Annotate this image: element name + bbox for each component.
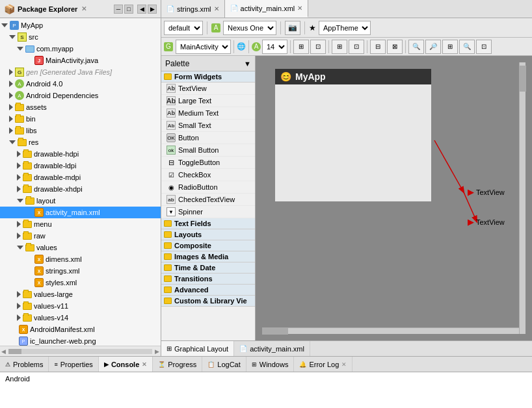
- tree-item[interactable]: drawable-ldpi: [0, 160, 161, 172]
- tree-item[interactable]: X styles.xml: [0, 277, 161, 288]
- tree-item[interactable]: values: [0, 242, 161, 253]
- layout-btn3[interactable]: ⊞: [332, 40, 347, 54]
- tree-item[interactable]: drawable-hdpi: [0, 148, 161, 160]
- minimize-btn[interactable]: ─: [114, 5, 123, 14]
- palette-section-form-widgets[interactable]: Form Widgets: [161, 71, 255, 83]
- nav-forward-btn[interactable]: ▶: [148, 5, 157, 14]
- device-select[interactable]: Nexus One: [223, 21, 276, 35]
- palette-section-composite[interactable]: Composite: [161, 240, 255, 251]
- tree-item[interactable]: X AndroidManifest.xml: [0, 324, 161, 335]
- tree-item[interactable]: bin: [0, 113, 161, 125]
- tab-strings-xml[interactable]: 📄 strings.xml ✕: [161, 0, 225, 18]
- tree-item[interactable]: values-v14: [0, 312, 161, 324]
- api-select[interactable]: 14: [262, 40, 287, 54]
- palette-section-transitions[interactable]: Transitions: [161, 274, 255, 285]
- nav-back-btn[interactable]: ◀: [137, 5, 146, 14]
- tree-item[interactable]: raw: [0, 230, 161, 242]
- zoom-100-btn[interactable]: 🔎: [425, 40, 441, 54]
- tab-close-btn[interactable]: ✕: [214, 5, 219, 12]
- tree-item[interactable]: res: [0, 136, 161, 148]
- screenshot-btn[interactable]: 📷: [285, 21, 300, 35]
- tree-item[interactable]: S src: [0, 31, 161, 43]
- tree-item[interactable]: drawable-mdpi: [0, 172, 161, 183]
- palette-item-small-button[interactable]: ok Small Button: [161, 144, 255, 157]
- folder-icon: [22, 160, 33, 171]
- tree-item[interactable]: menu: [0, 218, 161, 230]
- palette-item-large-text[interactable]: Ab Large Text: [161, 95, 255, 107]
- scroll-right-btn[interactable]: ▶: [155, 348, 159, 355]
- palette-section-custom-library[interactable]: Custom & Library Vie: [161, 296, 255, 307]
- error-log-tab[interactable]: 🔔 Error Log ✕: [294, 357, 352, 372]
- maximize-btn[interactable]: □: [124, 5, 133, 14]
- palette-item-checkbox[interactable]: ☑ CheckBox: [161, 169, 255, 181]
- scrollbar-thumb-h[interactable]: [262, 328, 288, 335]
- default-select[interactable]: default: [164, 21, 203, 35]
- folder-icon: [22, 184, 33, 194]
- pe-scroll-thumb[interactable]: [8, 349, 21, 354]
- scrollbar-thumb-v[interactable]: [520, 66, 526, 92]
- palette-section-text-fields[interactable]: Text Fields: [161, 218, 255, 229]
- zoom-out-btn[interactable]: 🔍: [408, 40, 424, 54]
- zoom-fit-btn[interactable]: ⊞: [442, 40, 458, 54]
- activity-main-xml-tab[interactable]: 📄 activity_main.xml: [234, 341, 310, 356]
- canvas-scrollbar-v[interactable]: [519, 62, 525, 334]
- error-log-tab-close[interactable]: ✕: [341, 361, 347, 368]
- tree-item[interactable]: A Android Dependencies: [0, 90, 161, 101]
- theme-select[interactable]: AppTheme: [319, 21, 371, 35]
- palette-item-radiobutton[interactable]: ◉ RadioButton: [161, 181, 255, 194]
- tree-item[interactable]: X strings.xml: [0, 265, 161, 277]
- tree-item[interactable]: assets: [0, 101, 161, 113]
- progress-tab[interactable]: ⏳ Progress: [153, 357, 202, 372]
- tree-item[interactable]: P MyApp: [0, 19, 161, 31]
- tree-item[interactable]: drawable-xhdpi: [0, 183, 161, 195]
- arrow-icon2: ▶: [468, 217, 474, 227]
- palette-section-images-media[interactable]: Images & Media: [161, 251, 255, 262]
- tree-item[interactable]: P ic_launcher-web.png: [0, 335, 161, 346]
- pe-scroll-track[interactable]: [8, 349, 152, 354]
- palette-item-button[interactable]: OK Button: [161, 132, 255, 144]
- tree-item[interactable]: libs: [0, 125, 161, 136]
- tab-activity-main-xml[interactable]: 📄 activity_main.xml ✕: [225, 0, 309, 18]
- palette-item-medium-text[interactable]: Ab Medium Text: [161, 107, 255, 120]
- tree-item-selected[interactable]: X activity_main.xml: [0, 207, 161, 218]
- tree-expand-icon: [9, 104, 13, 110]
- tree-expand-icon: [17, 291, 21, 298]
- console-tab-close[interactable]: ✕: [142, 361, 147, 368]
- panel-close-icon[interactable]: ✕: [81, 5, 86, 12]
- console-tab[interactable]: ▶ Console ✕: [99, 357, 153, 372]
- tree-item[interactable]: values-v11: [0, 300, 161, 312]
- tab-close-btn[interactable]: ✕: [297, 5, 302, 12]
- canvas-scrollbar-h[interactable]: [262, 327, 519, 334]
- palette-item-spinner[interactable]: ▼ Spinner: [161, 206, 255, 218]
- graphical-layout-tab[interactable]: ⊞ Graphical Layout: [161, 341, 234, 356]
- palette-section-advanced[interactable]: Advanced: [161, 285, 255, 296]
- palette-section-layouts[interactable]: Layouts: [161, 229, 255, 240]
- palette-item-small-text[interactable]: Ab Small Text: [161, 120, 255, 132]
- tree-item[interactable]: layout: [0, 195, 161, 207]
- properties-tab[interactable]: ≡ Properties: [49, 357, 98, 372]
- tree-item[interactable]: A Android 4.0: [0, 78, 161, 90]
- tree-item[interactable]: values-large: [0, 288, 161, 300]
- layout-btn6[interactable]: ⊠: [387, 40, 403, 54]
- palette-item-textview[interactable]: Ab TextView: [161, 83, 255, 95]
- problems-tab[interactable]: ⚠ Problems: [0, 357, 49, 372]
- layout-btn2[interactable]: ⊡: [310, 40, 326, 54]
- layout-btn5[interactable]: ⊟: [370, 40, 386, 54]
- activity-select[interactable]: MainActivity: [176, 40, 231, 54]
- palette-section-time-date[interactable]: Time & Date: [161, 262, 255, 274]
- zoom-in-btn[interactable]: 🔍: [459, 40, 475, 54]
- palette-dropdown-btn[interactable]: ▼: [244, 60, 251, 68]
- logcat-tab[interactable]: 📋 LogCat: [202, 357, 246, 372]
- palette-item-checkedtextview[interactable]: ab CheckedTextView: [161, 194, 255, 206]
- folder-icon: [22, 312, 33, 323]
- tree-item[interactable]: G gen [Generated Java Files]: [0, 66, 161, 78]
- layout-btn4[interactable]: ⊡: [349, 40, 364, 54]
- windows-tab[interactable]: ⊞ Windows: [246, 357, 295, 372]
- layout-btn1[interactable]: ⊞: [293, 40, 309, 54]
- tree-item[interactable]: X dimens.xml: [0, 253, 161, 265]
- palette-item-togglebutton[interactable]: ⊟ ToggleButton: [161, 157, 255, 169]
- zoom-ext-btn[interactable]: ⊡: [476, 40, 492, 54]
- tree-item[interactable]: J MainActivity.java: [0, 55, 161, 66]
- tree-item[interactable]: com.myapp: [0, 43, 161, 55]
- scroll-left-btn[interactable]: ◀: [1, 348, 6, 355]
